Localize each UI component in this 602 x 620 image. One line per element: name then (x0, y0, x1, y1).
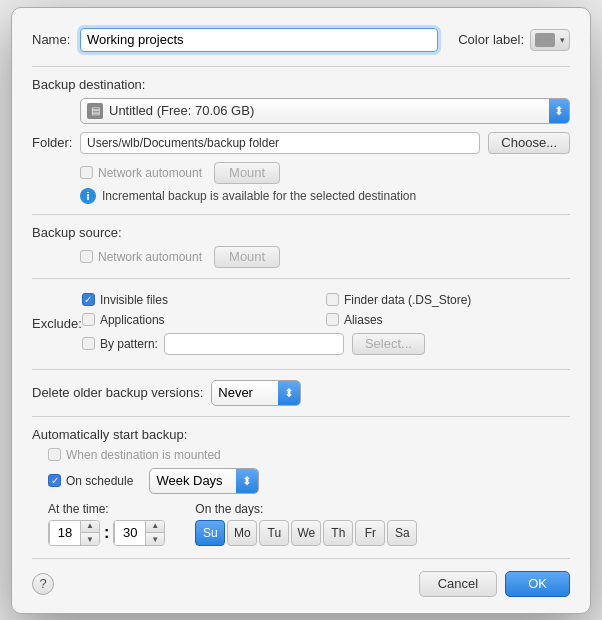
name-label: Name: (32, 32, 72, 47)
name-row: Name: Color label: ▾ (32, 28, 570, 52)
day-button-tu[interactable]: Tu (259, 520, 289, 546)
by-pattern-row: By pattern: Select... (82, 333, 570, 355)
divider-4 (32, 369, 570, 370)
color-picker[interactable]: ▾ (530, 29, 570, 51)
hour-stepper[interactable]: 18 ▲ ▼ (48, 520, 100, 546)
hour-up-button[interactable]: ▲ (81, 520, 99, 534)
aliases-checkbox[interactable] (326, 313, 339, 326)
applications-label[interactable]: Applications (82, 313, 165, 327)
destination-text: Untitled (Free: 70.06 GB) (109, 103, 563, 118)
time-separator: : (104, 524, 109, 542)
ok-button[interactable]: OK (505, 571, 570, 597)
folder-row: Folder: Choose... (32, 132, 570, 154)
by-pattern-label[interactable]: By pattern: (82, 337, 158, 351)
network-automount-2-text: Network automount (98, 250, 202, 264)
when-mounted-label[interactable]: When destination is mounted (48, 448, 221, 462)
minute-down-button[interactable]: ▼ (146, 533, 164, 546)
chevron-down-icon: ▾ (560, 35, 565, 45)
footer-buttons: Cancel OK (419, 571, 570, 597)
hour-down-button[interactable]: ▼ (81, 533, 99, 546)
schedule-value: Week Days (156, 473, 222, 488)
drive-icon: ▤ (87, 103, 103, 119)
folder-input[interactable] (80, 132, 480, 154)
pattern-input[interactable] (164, 333, 344, 355)
day-button-mo[interactable]: Mo (227, 520, 257, 546)
exclude-row: Exclude: ✓ Invisible files Finder data (… (32, 289, 570, 359)
exclude-col-3: Applications (82, 313, 326, 327)
choose-button[interactable]: Choose... (488, 132, 570, 154)
day-button-sa[interactable]: Sa (387, 520, 417, 546)
time-col: At the time: 18 ▲ ▼ : 30 ▲ ▼ (48, 502, 165, 546)
invisible-files-label[interactable]: ✓ Invisible files (82, 293, 168, 307)
mount-button-2: Mount (214, 246, 280, 268)
day-button-we[interactable]: We (291, 520, 321, 546)
aliases-label[interactable]: Aliases (326, 313, 383, 327)
finder-data-label[interactable]: Finder data (.DS_Store) (326, 293, 471, 307)
help-button[interactable]: ? (32, 573, 54, 595)
divider-5 (32, 416, 570, 417)
backup-dialog: Name: Color label: ▾ Backup destination:… (11, 7, 591, 614)
day-button-fr[interactable]: Fr (355, 520, 385, 546)
network-automount-2-checkbox[interactable] (80, 250, 93, 263)
divider-3 (32, 278, 570, 279)
backup-source-header: Backup source: (32, 225, 570, 240)
applications-checkbox[interactable] (82, 313, 95, 326)
days-buttons: SuMoTuWeThFrSa (195, 520, 417, 546)
at-time-label: At the time: (48, 502, 165, 516)
exclude-col-1: ✓ Invisible files (82, 293, 326, 307)
info-text: Incremental backup is available for the … (102, 189, 416, 203)
minute-up-button[interactable]: ▲ (146, 520, 164, 534)
auto-section: Automatically start backup: When destina… (32, 427, 570, 546)
finder-data-checkbox[interactable] (326, 293, 339, 306)
exclude-grid: ✓ Invisible files Finder data (.DS_Store… (82, 293, 570, 359)
divider-2 (32, 214, 570, 215)
info-icon: i (80, 188, 96, 204)
minute-stepper[interactable]: 30 ▲ ▼ (113, 520, 165, 546)
exclude-label: Exclude: (32, 316, 82, 331)
days-col: On the days: SuMoTuWeThFrSa (195, 502, 417, 546)
when-mounted-checkbox[interactable] (48, 448, 61, 461)
name-input[interactable] (80, 28, 438, 52)
mount-button-1: Mount (214, 162, 280, 184)
folder-label: Folder: (32, 135, 80, 150)
destination-select[interactable]: ▤ Untitled (Free: 70.06 GB) ⬍ (80, 98, 570, 124)
destination-row: ▤ Untitled (Free: 70.06 GB) ⬍ (80, 98, 570, 124)
hour-value: 18 (49, 521, 81, 545)
invisible-files-checkbox[interactable]: ✓ (82, 293, 95, 306)
never-select[interactable]: Never ⬍ (211, 380, 301, 406)
by-pattern-checkbox[interactable] (82, 337, 95, 350)
when-mounted-text: When destination is mounted (66, 448, 221, 462)
network-automount-2-label[interactable]: Network automount (80, 250, 202, 264)
delete-label: Delete older backup versions: (32, 385, 203, 400)
schedule-arrow-icon: ⬍ (236, 469, 258, 493)
auto-start-header: Automatically start backup: (32, 427, 570, 442)
on-schedule-text: On schedule (66, 474, 133, 488)
minute-stepper-btns: ▲ ▼ (146, 520, 164, 546)
destination-wrapper: ▤ Untitled (Free: 70.06 GB) ⬍ (80, 98, 570, 124)
backup-destination-header: Backup destination: (32, 77, 570, 92)
info-row: i Incremental backup is available for th… (80, 188, 570, 204)
never-text: Never (218, 385, 274, 400)
hour-stepper-btns: ▲ ▼ (81, 520, 99, 546)
on-schedule-checkbox[interactable]: ✓ (48, 474, 61, 487)
color-label: Color label: (458, 32, 524, 47)
schedule-row: ✓ On schedule Week Days ⬍ (32, 468, 570, 494)
finder-data-text: Finder data (.DS_Store) (344, 293, 471, 307)
schedule-select[interactable]: Week Days ⬍ (149, 468, 259, 494)
footer: ? Cancel OK (32, 558, 570, 597)
cancel-button[interactable]: Cancel (419, 571, 497, 597)
aliases-text: Aliases (344, 313, 383, 327)
time-days-row: At the time: 18 ▲ ▼ : 30 ▲ ▼ (48, 502, 570, 546)
select-button: Select... (352, 333, 425, 355)
time-inputs: 18 ▲ ▼ : 30 ▲ ▼ (48, 520, 165, 546)
network-automount-1-checkbox[interactable] (80, 166, 93, 179)
on-schedule-label[interactable]: ✓ On schedule (48, 474, 133, 488)
day-button-th[interactable]: Th (323, 520, 353, 546)
exclude-col-2: Finder data (.DS_Store) (326, 293, 570, 307)
day-button-su[interactable]: Su (195, 520, 225, 546)
invisible-files-text: Invisible files (100, 293, 168, 307)
delete-row: Delete older backup versions: Never ⬍ (32, 380, 570, 406)
on-days-label: On the days: (195, 502, 417, 516)
when-mounted-row: When destination is mounted (48, 448, 570, 462)
network-automount-1-label[interactable]: Network automount (80, 166, 202, 180)
